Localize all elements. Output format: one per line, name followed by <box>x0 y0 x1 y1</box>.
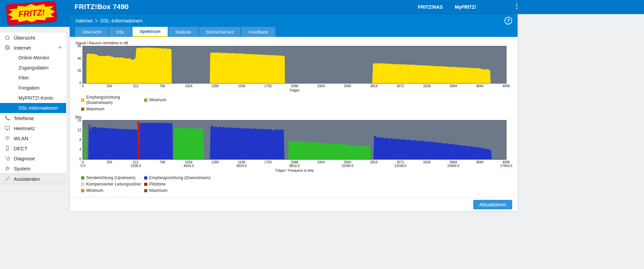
sidebar-item-label: Diagnose <box>14 156 35 161</box>
x-tick-label: 3072 <box>390 84 411 88</box>
breadcrumb-separator: > <box>95 18 98 23</box>
sidebar-item-uebersicht[interactable]: Übersicht <box>0 33 66 43</box>
x-tick-label: 0 <box>73 84 93 88</box>
sidebar-item-internet[interactable]: Internet <box>0 43 66 53</box>
sidebar-item-heimnetz[interactable]: Heimnetz <box>0 123 66 133</box>
x-tick-label: 2560 <box>337 84 358 88</box>
x-tick-label: 2816 <box>364 84 384 88</box>
x-tick-label: 256 <box>99 84 119 88</box>
legend-item: Pilottöne <box>144 181 512 187</box>
y-tick-label: 8 <box>73 138 81 142</box>
x-tick-freq-label: 13248.0 <box>390 164 411 168</box>
fritz-logo-icon[interactable]: FRITZ! <box>6 1 57 25</box>
legend-label: Empfangsrichtung (Downstream) <box>149 175 211 180</box>
y-tick-label: 60 <box>73 44 81 48</box>
x-tick-label: 4096 <box>496 160 516 164</box>
bits-chart: 048121600.02565122208.076810244416.01280… <box>83 120 506 173</box>
wifi-icon <box>4 135 10 141</box>
legend-item: Maximum <box>81 106 144 112</box>
fritznas-link[interactable]: FRITZ!NAS <box>418 4 443 10</box>
myfritz-link[interactable]: MyFRITZ! <box>455 4 476 10</box>
x-tick-label: 768 <box>152 84 172 88</box>
sidebar-subnav-internet: Online-Monitor Zugangsdaten Filter Freig… <box>0 53 66 113</box>
help-icon[interactable]: ? <box>504 17 512 24</box>
x-tick-label: 3584 <box>443 160 463 164</box>
legend-label: Senderichtung (Upstream) <box>86 175 136 180</box>
x-tick-label: 2816 <box>364 160 384 164</box>
x-tick-label: 3840 <box>470 84 490 88</box>
wizard-icon <box>4 176 10 182</box>
main-panel: Internet > DSL-Informationen ? Übersicht… <box>70 14 518 211</box>
legend-item: Minimum <box>144 95 512 105</box>
sidebar-item-freigaben[interactable]: Freigaben <box>0 83 66 93</box>
sidebar-item-label: WLAN <box>14 136 28 141</box>
breadcrumb: Internet > DSL-Informationen <box>70 14 518 27</box>
x-tick-label: 768 <box>152 160 172 164</box>
x-tick-label: 3072 <box>390 160 411 164</box>
y-tick-label: 4 <box>73 148 81 151</box>
sidebar-item-online-monitor[interactable]: Online-Monitor <box>0 53 66 63</box>
tab-bar: Übersicht DSL Spektrum Statistik Störsic… <box>70 27 518 37</box>
legend-swatch <box>81 183 84 186</box>
legend-swatch <box>81 99 84 102</box>
x-tick-label: 3840 <box>470 160 490 164</box>
y-tick-label: 20 <box>73 69 81 72</box>
snr-chart: 0204060025651276810241280153617922048230… <box>83 46 506 93</box>
sidebar-item-dsl-informationen[interactable]: DSL-Informationen <box>0 103 66 113</box>
sidebar-item-wlan[interactable]: WLAN <box>0 133 66 143</box>
series-area <box>84 127 87 159</box>
legend-item: Senderichtung (Upstream) <box>81 175 144 180</box>
legend-item: Empfangsrichtung (Downstream) <box>81 95 144 105</box>
sidebar-item-dect[interactable]: DECT <box>0 143 66 153</box>
legend-label: Kompensierter Leitungsstörer <box>86 181 141 187</box>
tab-stoersicherheit[interactable]: Störsicherheit <box>199 27 241 37</box>
legend-swatch <box>81 176 84 179</box>
sidebar-item-label: System <box>14 166 31 171</box>
sidebar-item-assistenten[interactable]: Assistenten <box>0 173 66 184</box>
sidebar-item-system[interactable]: System <box>0 163 66 173</box>
legend-label: Maximum <box>86 106 104 112</box>
x-tick-label: 512 <box>126 84 146 88</box>
legend-label: Empfangsrichtung (Downstream) <box>86 95 144 105</box>
sidebar-item-diagnose[interactable]: Diagnose <box>0 153 66 163</box>
sidebar-item-telefonie[interactable]: Telefonie <box>0 113 66 123</box>
tab-dsl[interactable]: DSL <box>109 27 132 37</box>
breadcrumb-internet[interactable]: Internet <box>75 18 93 23</box>
x-tick-label: 1536 <box>231 84 252 88</box>
x-tick-freq-label: 8832.0 <box>284 164 305 168</box>
y-tick-label: 16 <box>73 118 81 122</box>
sidebar-item-label: Assistenten <box>14 176 40 182</box>
tab-spektrum[interactable]: Spektrum <box>132 27 167 37</box>
tab-uebersicht[interactable]: Übersicht <box>75 27 108 37</box>
logo-brand-text: FRITZ! <box>18 7 45 19</box>
sidebar-item-myfritz-konto[interactable]: MyFRITZ!-Konto <box>0 93 66 103</box>
legend-swatch <box>81 108 84 111</box>
sidebar-item-zugangsdaten[interactable]: Zugangsdaten <box>0 63 66 73</box>
x-tick-label: 3328 <box>417 84 437 88</box>
x-axis-label: Träger <box>83 88 506 92</box>
legend-item: Empfangsrichtung (Downstream) <box>144 175 512 180</box>
x-tick-freq-label: 11040.0 <box>337 164 358 168</box>
legend-label: Pilottöne <box>149 181 166 187</box>
sidebar-item-label: Heimnetz <box>14 125 35 131</box>
sidebar-item-filter[interactable]: Filter <box>0 73 66 83</box>
tab-statistik[interactable]: Statistik <box>168 27 198 37</box>
app-title: FRITZ!Box 7490 <box>74 3 129 11</box>
card-footer: Aktualisieren <box>70 197 518 211</box>
network-icon <box>4 125 10 131</box>
x-tick-label: 2304 <box>311 160 331 164</box>
pilot-tone-marker <box>138 122 139 159</box>
home-icon <box>4 35 10 41</box>
x-tick-label: 3584 <box>443 84 463 88</box>
x-tick-freq-label: 4416.0 <box>179 164 199 168</box>
legend-item: Minimum <box>81 188 144 193</box>
refresh-button[interactable]: Aktualisieren <box>473 200 512 209</box>
legend-label: Minimum <box>86 188 103 193</box>
x-tick-freq-label: 2208.0 <box>126 164 146 168</box>
kebab-menu-icon[interactable]: ⋮ <box>514 2 520 10</box>
legend-swatch <box>144 183 147 186</box>
x-tick-label: 4096 <box>496 84 516 88</box>
tab-feedback[interactable]: Feedback <box>241 27 275 37</box>
series-area <box>139 123 173 159</box>
bits-chart-title: Bits <box>75 115 512 119</box>
